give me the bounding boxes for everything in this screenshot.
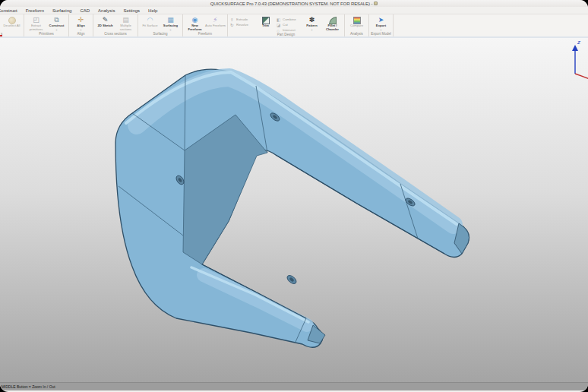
title-bar[interactable]: QUICKSURFACE Pro 7.0.43 (DEMONSTRATION S… [0, 0, 588, 7]
ribbon-stack: ◧Combine◪Cut∩Intersect [276, 15, 302, 33]
ribbon-group-label: Export Model [371, 32, 391, 36]
ribbon-group-align: ✛Align⌄Align [69, 14, 93, 36]
ribbon-button-combine[interactable]: ◧Combine [276, 17, 302, 22]
app-badge-icon [374, 2, 378, 5]
ribbon-button-cut[interactable]: ◪Cut [276, 22, 302, 27]
multiple-sections-label: Multiple sections [115, 24, 136, 31]
ribbon-group-label: Primitives [26, 32, 67, 36]
fit-surface-label: Fit Surface [142, 24, 157, 28]
auto-freeform-label: Auto Freeform [205, 24, 226, 28]
2d-sketch-label: 2D Sketch [97, 24, 112, 28]
cut-icon: ◪ [277, 23, 281, 27]
ribbon-group-s: Deselect Alls [0, 14, 24, 36]
surfacing-dropdown-icon[interactable]: ⌄ [169, 28, 172, 30]
compare-label: Compare [350, 24, 363, 28]
ribbon-button-fillet-chamfer[interactable]: Fillet / Chamfer [322, 15, 343, 33]
ribbon-button-deselect-all[interactable]: Deselect All [2, 15, 22, 32]
revolve-icon: ↻ [230, 23, 235, 27]
intersect-label: Intersect [283, 28, 296, 32]
deselect-all-label: Deselect All [4, 24, 21, 28]
ribbon-group-surfacing: ◠Fit Surface▦Surfacing⌄Surfacing [138, 14, 183, 36]
ribbon-stack: ⇧Extrude↻Revolve [229, 15, 255, 33]
ribbon-group-label: Cross sections [95, 32, 136, 36]
axis-z-label: z [577, 39, 580, 46]
ribbon-button-2d-sketch[interactable]: ✎2D Sketch [95, 15, 115, 32]
ribbon-group-label: Align [71, 32, 91, 36]
ribbon-group-export-model: ➤Export⌄Export Model [369, 14, 394, 36]
axis-triad: z [572, 39, 588, 79]
menu-freeform[interactable]: Freeform [21, 8, 49, 13]
viewport-3d[interactable]: z [0, 38, 588, 382]
ribbon-group-label: Analysis [346, 32, 367, 36]
menu-analysis[interactable]: Analysis [93, 8, 119, 13]
export-dropdown-icon[interactable]: ⌄ [380, 28, 382, 30]
menu-bar: ConstructFreeformSurfacingCADAnalysisSet… [0, 7, 588, 14]
intersect-icon: ∩ [277, 28, 281, 33]
status-bar: Shift + MIDDLE Button = Zoom In / Out [0, 382, 588, 390]
trim-label: Trim [262, 24, 269, 28]
ribbon-group-label: Surfacing [140, 32, 181, 36]
model-part[interactable] [115, 69, 469, 347]
ribbon-toolbar: Deselect Alls◰Extract primitives⧉Constru… [0, 14, 588, 38]
ribbon-group-analysis: CompareAnalysis [345, 14, 369, 36]
ribbon-button-pattern[interactable]: ✽Pattern⌄ [302, 15, 322, 33]
align-dropdown-icon[interactable]: ⌄ [80, 28, 82, 30]
ribbon-button-multiple-sections[interactable]: ▤Multiple sections [115, 15, 136, 32]
menu-cad[interactable]: CAD [75, 8, 94, 13]
revolve-label: Revolve [236, 23, 248, 27]
cut-label: Cut [283, 23, 288, 27]
combine-label: Combine [283, 17, 296, 21]
construct-dropdown-icon[interactable]: ⌄ [55, 28, 58, 30]
ribbon-button-trim[interactable]: Trim [255, 15, 276, 33]
ribbon-button-revolve[interactable]: ↻Revolve [229, 22, 255, 27]
ribbon-group-cross-sections: ✎2D Sketch▤Multiple sectionsCross sectio… [93, 14, 138, 36]
extrude-label: Extrude [236, 17, 248, 21]
combine-icon: ◧ [277, 17, 281, 22]
ribbon-group-part-design: ⇧Extrude↻RevolveTrim◧Combine◪Cut∩Interse… [228, 14, 345, 36]
ribbon-group-label: Freeform [185, 32, 226, 36]
ribbon-button-align[interactable]: ✛Align⌄ [71, 15, 91, 32]
ribbon-button-fit-surface[interactable]: ◠Fit Surface [140, 15, 160, 32]
ribbon-group-primitives: ◰Extract primitives⧉Construct⌄Primitives [24, 14, 69, 36]
new-freeform-label: New Freeform [185, 24, 205, 31]
menu-help[interactable]: Help [144, 8, 162, 13]
ribbon-button-export[interactable]: ➤Export⌄ [371, 15, 391, 32]
axis-x-line [575, 74, 588, 79]
model-canvas[interactable]: z [0, 38, 588, 382]
ribbon-button-new-freeform[interactable]: ◉New Freeform [185, 15, 205, 32]
extrude-icon: ⇧ [230, 17, 235, 22]
ribbon-group-label: s [1, 32, 22, 36]
ribbon-button-surfacing[interactable]: ▦Surfacing⌄ [160, 15, 181, 32]
ribbon-button-intersect[interactable]: ∩Intersect [276, 27, 302, 33]
ribbon-button-compare[interactable]: Compare [346, 15, 367, 32]
ribbon-button-construct[interactable]: ⧉Construct⌄ [46, 15, 67, 32]
fillet-chamfer-label: Fillet / Chamfer [322, 24, 343, 31]
window-title: QUICKSURFACE Pro 7.0.43 (DEMONSTRATION S… [210, 2, 373, 6]
app-window: QUICKSURFACE Pro 7.0.43 (DEMONSTRATION S… [0, 0, 588, 392]
ribbon-group-freeform: ◉New Freeform⚡Auto FreeformFreeform [183, 14, 228, 36]
extract-primitives-label: Extract primitives [26, 24, 46, 31]
axis-z-arrow [572, 45, 578, 51]
ribbon-group-label: Part Design [229, 33, 343, 37]
menu-construct[interactable]: Construct [0, 8, 22, 13]
ribbon-button-auto-freeform[interactable]: ⚡Auto Freeform [205, 15, 226, 32]
ribbon-button-extract-primitives[interactable]: ◰Extract primitives [26, 15, 46, 32]
ribbon-button-extrude[interactable]: ⇧Extrude [229, 17, 255, 22]
menu-surfacing[interactable]: Surfacing [48, 8, 76, 13]
status-hint-text: Shift + MIDDLE Button = Zoom In / Out [0, 384, 55, 389]
pattern-dropdown-icon[interactable]: ⌄ [311, 28, 313, 30]
menu-settings[interactable]: Settings [119, 8, 144, 13]
